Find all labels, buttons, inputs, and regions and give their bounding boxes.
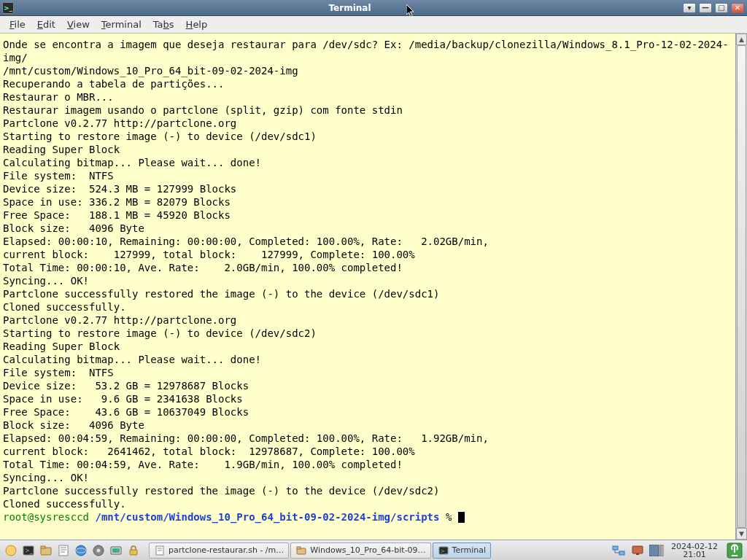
close-button[interactable]: ✕	[731, 3, 744, 13]
shade-button[interactable]: ▾	[683, 3, 696, 13]
launcher-show-desktop-icon[interactable]	[3, 542, 19, 559]
taskbar: >_ partclone-restaurar.sh - /m… Wi	[0, 540, 747, 560]
scroll-down-icon[interactable]: ▼	[736, 528, 747, 540]
svg-rect-28	[660, 545, 664, 556]
menu-help[interactable]: Help	[181, 18, 213, 31]
svg-rect-5	[59, 545, 68, 556]
clock-time: 21:01	[671, 551, 718, 559]
svg-rect-15	[130, 550, 137, 555]
document-icon	[154, 545, 166, 556]
launcher-browser-icon[interactable]	[73, 542, 89, 559]
svg-rect-24	[619, 551, 624, 555]
svg-rect-20	[297, 547, 301, 549]
launcher-terminal-icon[interactable]: >_	[20, 542, 36, 559]
network-icon[interactable]	[611, 543, 626, 558]
menubar: File Edit View Terminal Tabs Help	[0, 16, 747, 34]
maximize-button[interactable]: □	[715, 3, 728, 13]
menu-terminal[interactable]: Terminal	[96, 18, 147, 31]
display-icon[interactable]	[630, 543, 645, 558]
svg-point-12	[97, 548, 101, 552]
svg-rect-25	[632, 546, 643, 553]
quicklaunch: >_	[0, 542, 144, 559]
panel-clock[interactable]: 2024-02-12 21:01	[668, 542, 721, 559]
svg-rect-4	[41, 546, 45, 548]
task-filemanager[interactable]: Windows_10_Pro_64-bit-09…	[290, 542, 430, 559]
svg-point-0	[6, 545, 16, 556]
terminal-icon: >_	[438, 545, 449, 556]
terminal-wrapper: Onde se encontra a imagem que deseja res…	[0, 34, 747, 540]
svg-rect-27	[649, 545, 659, 556]
scroll-up-icon[interactable]: ▲	[736, 34, 747, 45]
menu-edit[interactable]: Edit	[32, 18, 61, 31]
scroll-track[interactable]	[736, 45, 747, 528]
window-title: Terminal	[328, 3, 371, 13]
svg-point-9	[76, 545, 86, 556]
terminal-app-icon: >_	[2, 2, 14, 14]
logout-icon[interactable]	[725, 542, 744, 559]
window-titlebar: >_ Terminal ▾ — □ ✕	[0, 0, 747, 16]
clock-date: 2024-02-12	[671, 542, 718, 551]
launcher-lock-icon[interactable]	[125, 542, 142, 559]
launcher-editor-icon[interactable]	[55, 542, 71, 559]
terminal-output[interactable]: Onde se encontra a imagem que deseja res…	[0, 34, 735, 540]
folder-icon	[295, 545, 307, 556]
scroll-thumb[interactable]	[737, 45, 746, 528]
task-filemanager-label: Windows_10_Pro_64-bit-09…	[310, 545, 425, 555]
task-terminal[interactable]: >_ Terminal	[433, 542, 492, 559]
svg-text:>_: >_	[25, 548, 34, 554]
launcher-files-icon[interactable]	[38, 542, 54, 559]
minimize-button[interactable]: —	[699, 3, 712, 13]
svg-rect-26	[636, 553, 639, 555]
menu-file[interactable]: File	[4, 18, 31, 31]
launcher-run-icon[interactable]	[90, 542, 107, 559]
menu-view[interactable]: View	[62, 18, 95, 31]
launcher-screenshot-icon[interactable]	[108, 542, 124, 559]
task-terminal-label: Terminal	[452, 545, 487, 555]
workspace-switcher[interactable]	[649, 543, 664, 558]
svg-rect-14	[112, 548, 120, 553]
task-editor[interactable]: partclone-restaurar.sh - /m…	[149, 542, 289, 559]
svg-text:>_: >_	[441, 548, 448, 554]
svg-rect-23	[613, 546, 618, 550]
system-tray: 2024-02-12 21:01	[611, 542, 747, 559]
menu-tabs[interactable]: Tabs	[148, 18, 179, 31]
task-editor-label: partclone-restaurar.sh - /m…	[169, 545, 284, 555]
scrollbar-vertical[interactable]: ▲ ▼	[735, 34, 747, 540]
